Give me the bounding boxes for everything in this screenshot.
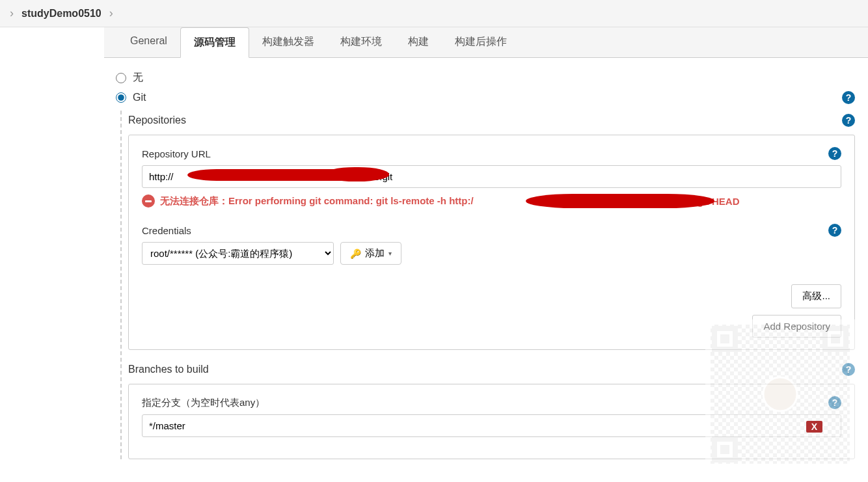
tab-general[interactable]: General <box>117 27 180 57</box>
error-text-prefix: 无法连接仓库：Error performing git command: git… <box>160 195 474 208</box>
close-overlay-button[interactable]: X <box>806 421 822 433</box>
help-icon[interactable]: ? <box>842 91 855 104</box>
tab-build[interactable]: 构建 <box>395 27 442 57</box>
credentials-label: Credentials <box>142 225 191 236</box>
key-icon: 🔑 <box>350 248 361 259</box>
repositories-title: Repositories <box>128 114 186 126</box>
redaction-mark <box>526 194 714 208</box>
error-icon <box>142 194 155 208</box>
chevron-right-icon: › <box>109 7 113 20</box>
help-icon[interactable]: ? <box>828 224 841 237</box>
help-icon[interactable]: ? <box>842 114 855 127</box>
error-row: 无法连接仓库：Error performing git command: git… <box>142 194 841 208</box>
advanced-button[interactable]: 高级... <box>791 284 841 308</box>
help-icon[interactable]: ? <box>828 147 841 160</box>
tab-scm[interactable]: 源码管理 <box>180 27 249 58</box>
add-label: 添加 <box>365 247 385 260</box>
config-tabs: General 源码管理 构建触发器 构建环境 构建 构建后操作 <box>104 27 868 58</box>
breadcrumb-project[interactable]: studyDemo0510 <box>21 8 102 20</box>
tab-triggers[interactable]: 构建触发器 <box>249 27 327 57</box>
tab-postbuild[interactable]: 构建后操作 <box>442 27 520 57</box>
scm-git-label[interactable]: Git <box>133 92 146 103</box>
scm-none-radio[interactable] <box>116 73 126 83</box>
breadcrumb: › studyDemo0510 › <box>0 0 868 27</box>
branches-title: Branches to build <box>128 364 209 375</box>
repo-url-label: Repository URL <box>142 148 211 159</box>
tab-env[interactable]: 构建环境 <box>327 27 395 57</box>
repository-panel: Repository URL ? 无法连接仓库：Error performing… <box>128 135 855 350</box>
add-credentials-button[interactable]: 🔑 添加 ▾ <box>340 242 401 265</box>
scm-none-label[interactable]: 无 <box>133 71 143 85</box>
credentials-select[interactable]: root/****** (公众号:霸道的程序猿) <box>142 242 334 265</box>
chevron-right-icon: › <box>10 7 14 20</box>
caret-down-icon: ▾ <box>388 250 392 257</box>
left-gutter <box>0 27 104 482</box>
redaction-mark <box>324 167 389 181</box>
branch-specifier-label: 指定分支（为空时代表any） <box>142 397 265 409</box>
scm-git-radio[interactable] <box>116 92 126 103</box>
qr-code-overlay <box>705 319 855 469</box>
